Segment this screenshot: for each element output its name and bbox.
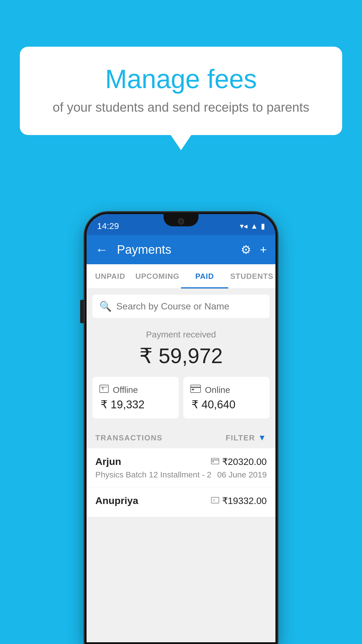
table-row[interactable]: Arjun ₹20320.00 — [87, 448, 275, 487]
speech-bubble: Manage fees of your students and send re… — [20, 47, 342, 135]
transaction-detail: Physics Batch 12 Installment - 2 — [95, 470, 211, 480]
status-icons: ▾◂ ▲ ▮ — [240, 222, 265, 231]
online-card: Online ₹ 40,640 — [183, 377, 270, 419]
transactions-header: TRANSACTIONS FILTER ▼ — [87, 427, 275, 448]
transaction-payment-icon — [211, 457, 219, 466]
transaction-name: Anupriya — [95, 495, 138, 506]
transactions-label: TRANSACTIONS — [95, 433, 163, 442]
cash-icon: ₹ — [99, 384, 109, 395]
svg-rect-6 — [211, 458, 219, 464]
search-icon: 🔍 — [99, 300, 112, 312]
front-camera — [178, 218, 184, 225]
bubble-title: Manage fees — [43, 64, 319, 94]
filter-button[interactable]: FILTER ▼ — [226, 433, 267, 442]
transaction-name: Arjun — [95, 456, 121, 467]
phone-frame: 14:29 ▾◂ ▲ ▮ ← Payments ⚙ + UNPAID — [85, 212, 277, 644]
tab-upcoming[interactable]: UPCOMING — [134, 264, 181, 288]
search-bar[interactable]: 🔍 — [92, 295, 270, 318]
wifi-icon: ▾◂ — [240, 222, 247, 231]
payment-summary: Payment received ₹ 59,972 — [87, 318, 275, 377]
tab-paid[interactable]: PAID — [181, 264, 228, 288]
tab-unpaid[interactable]: UNPAID — [87, 264, 134, 288]
payment-cards: ₹ Offline ₹ 19,332 — [87, 377, 275, 427]
status-time: 14:29 — [97, 221, 119, 231]
svg-rect-9 — [211, 497, 219, 503]
offline-amount: ₹ 19,332 — [99, 398, 172, 411]
bubble-subtitle: of your students and send receipts to pa… — [43, 100, 319, 115]
payment-received-label: Payment received — [92, 330, 270, 340]
tab-students[interactable]: STUDENTS — [228, 264, 275, 288]
main-content: 🔍 Payment received ₹ 59,972 — [87, 289, 275, 642]
transaction-payment-icon: ₹ — [211, 496, 219, 505]
svg-rect-0 — [100, 385, 108, 393]
notch — [164, 214, 198, 226]
signal-icon: ▲ — [250, 222, 258, 231]
filter-icon: ▼ — [258, 433, 267, 442]
phone-screen: 14:29 ▾◂ ▲ ▮ ← Payments ⚙ + UNPAID — [87, 214, 275, 642]
search-input[interactable] — [116, 301, 263, 312]
add-button[interactable]: + — [260, 243, 267, 256]
online-label: Online — [205, 385, 230, 395]
back-button[interactable]: ← — [95, 242, 108, 257]
offline-label: Offline — [113, 385, 138, 395]
transaction-amount: ₹20320.00 — [222, 456, 267, 467]
transaction-amount: ₹19332.00 — [222, 495, 267, 506]
filter-label: FILTER — [226, 433, 255, 442]
payment-total-amount: ₹ 59,972 — [92, 344, 270, 368]
settings-button[interactable]: ⚙ — [241, 243, 251, 256]
svg-rect-8 — [212, 461, 214, 462]
page-title: Payments — [117, 243, 232, 257]
svg-rect-5 — [192, 389, 194, 390]
table-row[interactable]: Anupriya ₹ ₹19332.00 — [87, 487, 275, 517]
transaction-date: 06 June 2019 — [217, 470, 267, 480]
svg-text:₹: ₹ — [213, 499, 215, 502]
screen-content: ← Payments ⚙ + UNPAID UPCOMING PAID STUD… — [87, 235, 275, 642]
online-amount: ₹ 40,640 — [190, 398, 263, 411]
app-bar: ← Payments ⚙ + — [87, 235, 275, 264]
tabs: UNPAID UPCOMING PAID STUDENTS — [87, 264, 275, 289]
offline-card: ₹ Offline ₹ 19,332 — [92, 377, 179, 419]
card-icon — [190, 384, 201, 395]
battery-icon: ▮ — [261, 222, 265, 231]
